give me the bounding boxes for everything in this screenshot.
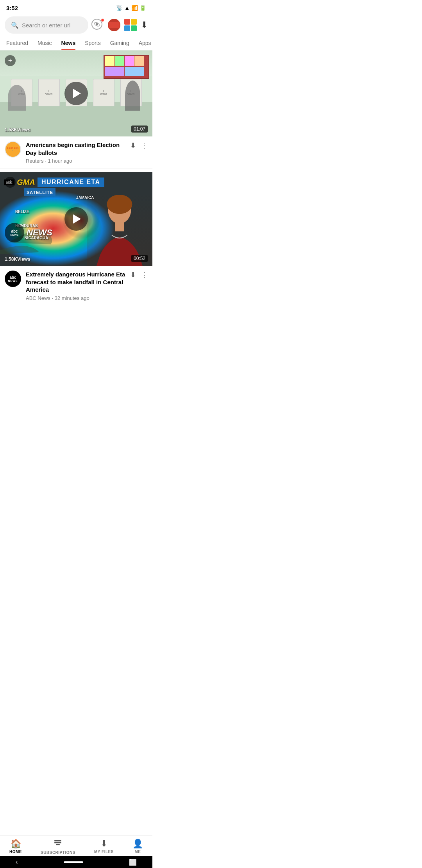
battery-icon: 🔋 <box>139 5 146 11</box>
video-title-election: Americans begin casting Election Day bal… <box>26 141 125 156</box>
satellite-label: SATELLITE <box>24 188 55 196</box>
tab-apps[interactable]: Apps <box>134 36 152 50</box>
play-button-hurricane[interactable] <box>64 207 88 231</box>
hurricane-banner: HURRICANE ETA <box>38 178 104 187</box>
tab-news[interactable]: News <box>57 36 80 50</box>
video-duration-election: 01:07 <box>131 126 148 133</box>
download-icon-header[interactable]: ⬇ <box>141 20 148 30</box>
header-icons: ⬇ <box>91 19 148 31</box>
voting-booth-2: IVoted <box>38 79 60 106</box>
tab-sports[interactable]: Sports <box>80 36 105 50</box>
download-button-election[interactable]: ⬇ <box>130 141 136 150</box>
video-info-hurricane: abc NEWS Extremely dangerous Hurricane E… <box>0 266 152 306</box>
orbit-icon[interactable] <box>91 19 104 31</box>
search-bar-container: 🔍 Search or enter url ⬇ <box>0 14 152 36</box>
search-icon: 🔍 <box>11 22 19 29</box>
video-card-hurricane: abc GMA HURRICANE ETA SATELLITE BELIZE J… <box>0 172 152 306</box>
main-content: IVoted IVoted IVoted IVoted IVoted <box>0 50 152 348</box>
svg-point-1 <box>96 23 98 25</box>
video-meta-hurricane: ABC News · 32 minutes ago <box>26 295 125 301</box>
hurricane-title-text: HURRICANE ETA <box>41 179 100 185</box>
avatar[interactable] <box>108 19 120 31</box>
search-bar[interactable]: 🔍 Search or enter url <box>5 16 88 34</box>
video-card-election: IVoted IVoted IVoted IVoted IVoted <box>0 50 152 169</box>
status-icons: 📡 ▲ 📶 🔋 <box>116 5 146 11</box>
add-button-election[interactable]: + <box>5 55 16 66</box>
signal-icon: 📶 <box>131 5 138 11</box>
gma-banner: abc GMA HURRICANE ETA SATELLITE <box>0 178 152 196</box>
play-triangle-hurricane <box>73 214 81 224</box>
download-button-hurricane[interactable]: ⬇ <box>130 271 136 279</box>
video-text-hurricane: Extremely dangerous Hurricane Eta foreca… <box>26 271 125 301</box>
cast-icon: 📡 <box>116 5 123 11</box>
video-thumbnail-election[interactable]: IVoted IVoted IVoted IVoted IVoted <box>0 50 152 136</box>
more-options-hurricane[interactable]: ⋮ <box>141 271 148 279</box>
map-label-jamaica: JAMAICA <box>76 195 94 200</box>
svg-rect-8 <box>115 222 124 231</box>
reuters-logo: REUTERS ● <box>5 141 21 158</box>
voting-booth-4: IVoted <box>93 79 114 106</box>
video-views-hurricane: 1.58KViews <box>5 256 30 262</box>
svg-point-7 <box>107 195 132 214</box>
abc-news-watermark: abc NEWS NEWS <box>5 223 52 242</box>
abc-news-brand: NEWS <box>27 228 52 238</box>
add-button-hurricane[interactable]: + <box>5 177 16 188</box>
video-thumbnail-hurricane[interactable]: abc GMA HURRICANE ETA SATELLITE BELIZE J… <box>0 172 152 266</box>
tab-featured[interactable]: Featured <box>2 36 33 50</box>
video-duration-hurricane: 00:52 <box>131 255 148 262</box>
tab-music[interactable]: Music <box>33 36 57 50</box>
play-button-election[interactable] <box>64 82 88 105</box>
opera-icon[interactable] <box>124 19 137 31</box>
wifi-icon: ▲ <box>124 5 130 11</box>
more-options-election[interactable]: ⋮ <box>141 141 148 150</box>
svg-rect-3 <box>109 22 120 28</box>
abc-news-logo: abc NEWS <box>5 271 21 287</box>
video-meta-election: Reuters · 1 hour ago <box>26 158 125 164</box>
video-title-hurricane: Extremely dangerous Hurricane Eta foreca… <box>26 271 125 294</box>
abc-news-circle: abc NEWS <box>5 223 24 242</box>
map-label-belize: BELIZE <box>15 210 29 214</box>
video-actions-hurricane: ⬇ ⋮ <box>130 271 148 279</box>
tabs: Featured Music News Sports Gaming Apps <box>0 36 152 50</box>
video-text-election: Americans begin casting Election Day bal… <box>26 141 125 164</box>
video-views-election: 1.58KViews <box>5 127 30 133</box>
video-info-election: REUTERS ● Americans begin casting Electi… <box>0 136 152 169</box>
tab-gaming[interactable]: Gaming <box>106 36 134 50</box>
search-placeholder: Search or enter url <box>22 22 70 29</box>
play-triangle <box>73 89 81 98</box>
satellite-text: SATELLITE <box>27 190 53 195</box>
video-actions-election: ⬇ ⋮ <box>130 141 148 150</box>
status-bar: 3:52 📡 ▲ 📶 🔋 <box>0 0 152 14</box>
gma-text: GMA <box>17 178 35 187</box>
status-time: 3:52 <box>6 5 18 11</box>
